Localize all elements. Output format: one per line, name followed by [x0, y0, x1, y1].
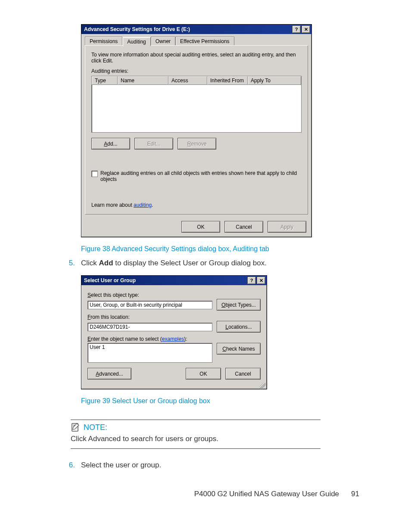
- ok-button-2[interactable]: OK: [186, 368, 221, 380]
- learn-more: Learn more about auditing.: [91, 202, 302, 208]
- examples-link[interactable]: examples: [162, 336, 184, 342]
- cancel-button-2[interactable]: Cancel: [225, 368, 261, 380]
- remove-button: Remove: [177, 138, 216, 149]
- object-type-field[interactable]: User, Group, or Built-in security princi…: [87, 301, 212, 309]
- note-block: NOTE: Click Advanced to search for users…: [71, 420, 321, 449]
- advanced-security-dialog: Advanced Security Settings for Drive E (…: [81, 24, 312, 237]
- col-type[interactable]: Type: [92, 76, 118, 85]
- replace-entries-label: Replace auditing entries on all child ob…: [100, 170, 302, 182]
- col-access[interactable]: Access: [168, 76, 207, 85]
- tab-auditing[interactable]: Auditing: [122, 37, 150, 46]
- list-header: Type Name Access Inherited From Apply To: [92, 76, 301, 85]
- note-label: NOTE:: [84, 423, 107, 432]
- col-inherited[interactable]: Inherited From: [207, 76, 248, 85]
- check-names-button[interactable]: Check Names: [217, 343, 261, 355]
- close-icon[interactable]: ✕: [257, 277, 265, 284]
- object-types-button[interactable]: Object Types...: [217, 299, 261, 311]
- location-label: From this location:: [87, 314, 261, 320]
- edit-button: Edit...: [134, 138, 173, 149]
- tab-owner[interactable]: Owner: [151, 37, 175, 46]
- footer-page-number: 91: [351, 490, 359, 498]
- object-type-label: Select this object type:: [87, 292, 261, 298]
- help-icon[interactable]: ?: [292, 25, 301, 33]
- step-5-number: 5.: [65, 259, 75, 268]
- step-6-number: 6.: [65, 461, 75, 470]
- tab-strip: Permissions Auditing Owner Effective Per…: [85, 37, 311, 46]
- note-icon: [71, 423, 80, 432]
- tab-body: To view more information about special a…: [85, 45, 308, 215]
- dialog-title: Advanced Security Settings for Drive E (…: [84, 26, 190, 32]
- col-name[interactable]: Name: [118, 76, 168, 85]
- close-icon[interactable]: ✕: [302, 25, 310, 33]
- auditing-entries-list[interactable]: Type Name Access Inherited From Apply To: [91, 76, 302, 133]
- cancel-button[interactable]: Cancel: [224, 221, 263, 233]
- step-5-text: Click Add to display the Select User or …: [81, 259, 267, 268]
- tab-effective-permissions[interactable]: Effective Permissions: [175, 37, 234, 46]
- ok-button[interactable]: OK: [181, 221, 220, 233]
- advanced-button[interactable]: Advanced...: [87, 368, 131, 380]
- object-name-label: Enter the object name to select (example…: [87, 336, 261, 342]
- figure-38-caption: Figure 38 Advanced Security Settings dia…: [81, 245, 312, 253]
- tab-permissions[interactable]: Permissions: [85, 37, 122, 46]
- select-user-group-dialog: Select User or Group ? ✕ Select this obj…: [81, 275, 267, 389]
- titlebar[interactable]: Advanced Security Settings for Drive E (…: [81, 25, 311, 34]
- footer-title: P4000 G2 Unified NAS Gateway User Guide: [194, 490, 339, 498]
- location-field[interactable]: D246MC97D191-: [87, 323, 212, 331]
- dialog2-title: Select User or Group: [84, 277, 136, 283]
- auditing-link[interactable]: auditing: [134, 202, 152, 208]
- note-body: Click Advanced to search for users or gr…: [71, 435, 321, 443]
- titlebar-2[interactable]: Select User or Group ? ✕: [81, 276, 267, 285]
- add-button[interactable]: Add...: [91, 138, 130, 149]
- replace-entries-checkbox[interactable]: [91, 171, 98, 177]
- object-name-input[interactable]: User 1: [87, 343, 212, 363]
- step-6-text: Select the user or group.: [81, 461, 161, 470]
- apply-button: Apply: [268, 221, 306, 233]
- figure-39-caption: Figure 39 Select User or Group dialog bo…: [81, 397, 312, 405]
- col-apply[interactable]: Apply To: [248, 76, 301, 85]
- locations-button[interactable]: Locations...: [217, 321, 261, 333]
- list-label: Auditing entries:: [91, 68, 302, 74]
- instruction-text: To view more information about special a…: [91, 52, 302, 64]
- page-footer: P4000 G2 Unified NAS Gateway User Guide …: [0, 490, 411, 498]
- resize-grip-icon[interactable]: [81, 383, 267, 389]
- help-icon[interactable]: ?: [247, 277, 256, 284]
